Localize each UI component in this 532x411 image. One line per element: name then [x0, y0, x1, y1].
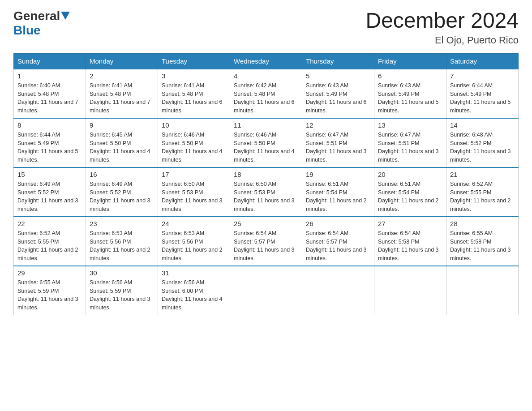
calendar-cell: 19 Sunrise: 6:51 AMSunset: 5:54 PMDaylig… — [302, 167, 374, 217]
calendar-cell: 31 Sunrise: 6:56 AMSunset: 6:00 PMDaylig… — [158, 266, 230, 315]
calendar-cell — [302, 266, 374, 315]
calendar-cell: 25 Sunrise: 6:54 AMSunset: 5:57 PMDaylig… — [230, 217, 302, 266]
calendar-cell — [230, 266, 302, 315]
calendar-cell: 23 Sunrise: 6:53 AMSunset: 5:56 PMDaylig… — [86, 217, 158, 266]
logo-blue-text: Blue — [13, 23, 41, 37]
day-detail: Sunrise: 6:56 AMSunset: 5:59 PMDaylight:… — [90, 278, 154, 312]
day-number: 13 — [378, 121, 442, 129]
day-detail: Sunrise: 6:50 AMSunset: 5:53 PMDaylight:… — [234, 180, 298, 214]
day-number: 22 — [17, 220, 82, 227]
day-detail: Sunrise: 6:55 AMSunset: 5:58 PMDaylight:… — [450, 229, 515, 263]
day-detail: Sunrise: 6:53 AMSunset: 5:56 PMDaylight:… — [162, 229, 226, 263]
day-number: 27 — [378, 220, 442, 227]
day-detail: Sunrise: 6:51 AMSunset: 5:54 PMDaylight:… — [306, 180, 370, 214]
calendar-cell: 1 Sunrise: 6:40 AMSunset: 5:48 PMDayligh… — [14, 69, 86, 118]
calendar-cell: 15 Sunrise: 6:49 AMSunset: 5:52 PMDaylig… — [14, 167, 86, 217]
day-detail: Sunrise: 6:43 AMSunset: 5:49 PMDaylight:… — [378, 81, 442, 115]
calendar-cell: 29 Sunrise: 6:55 AMSunset: 5:59 PMDaylig… — [14, 266, 86, 315]
day-number: 20 — [378, 171, 442, 178]
day-number: 5 — [306, 72, 370, 80]
calendar-cell: 13 Sunrise: 6:47 AMSunset: 5:51 PMDaylig… — [374, 118, 446, 167]
day-detail: Sunrise: 6:40 AMSunset: 5:48 PMDaylight:… — [17, 81, 82, 115]
day-detail: Sunrise: 6:49 AMSunset: 5:52 PMDaylight:… — [17, 180, 82, 214]
calendar-cell: 12 Sunrise: 6:47 AMSunset: 5:51 PMDaylig… — [302, 118, 374, 167]
logo-general-text: General — [13, 9, 60, 23]
calendar-cell: 21 Sunrise: 6:52 AMSunset: 5:55 PMDaylig… — [446, 167, 519, 217]
calendar-cell: 2 Sunrise: 6:41 AMSunset: 5:48 PMDayligh… — [86, 69, 158, 118]
day-detail: Sunrise: 6:53 AMSunset: 5:56 PMDaylight:… — [90, 229, 154, 263]
day-number: 25 — [234, 220, 298, 227]
calendar-cell: 5 Sunrise: 6:43 AMSunset: 5:49 PMDayligh… — [302, 69, 374, 118]
calendar-cell: 28 Sunrise: 6:55 AMSunset: 5:58 PMDaylig… — [446, 217, 519, 266]
day-detail: Sunrise: 6:56 AMSunset: 6:00 PMDaylight:… — [162, 278, 226, 312]
day-detail: Sunrise: 6:47 AMSunset: 5:51 PMDaylight:… — [378, 131, 442, 164]
calendar-cell: 16 Sunrise: 6:49 AMSunset: 5:52 PMDaylig… — [86, 167, 158, 217]
header-tuesday: Tuesday — [158, 53, 230, 69]
header-monday: Monday — [86, 53, 158, 69]
day-detail: Sunrise: 6:48 AMSunset: 5:52 PMDaylight:… — [450, 131, 515, 164]
day-number: 14 — [450, 121, 515, 129]
day-detail: Sunrise: 6:41 AMSunset: 5:48 PMDaylight:… — [90, 81, 154, 115]
calendar-week-row: 15 Sunrise: 6:49 AMSunset: 5:52 PMDaylig… — [14, 167, 519, 217]
calendar-cell: 20 Sunrise: 6:51 AMSunset: 5:54 PMDaylig… — [374, 167, 446, 217]
day-detail: Sunrise: 6:45 AMSunset: 5:50 PMDaylight:… — [90, 131, 154, 164]
day-number: 7 — [450, 72, 515, 80]
calendar-cell: 6 Sunrise: 6:43 AMSunset: 5:49 PMDayligh… — [374, 69, 446, 118]
day-number: 18 — [234, 171, 298, 178]
calendar-cell: 17 Sunrise: 6:50 AMSunset: 5:53 PMDaylig… — [158, 167, 230, 217]
day-detail: Sunrise: 6:44 AMSunset: 5:49 PMDaylight:… — [450, 81, 515, 115]
header-friday: Friday — [374, 53, 446, 69]
calendar-week-row: 1 Sunrise: 6:40 AMSunset: 5:48 PMDayligh… — [14, 69, 519, 118]
day-detail: Sunrise: 6:46 AMSunset: 5:50 PMDaylight:… — [234, 131, 298, 164]
header-sunday: Sunday — [14, 53, 86, 69]
logo: General Blue — [13, 9, 70, 38]
day-detail: Sunrise: 6:52 AMSunset: 5:55 PMDaylight:… — [17, 229, 82, 263]
day-number: 29 — [17, 269, 82, 277]
calendar-cell: 7 Sunrise: 6:44 AMSunset: 5:49 PMDayligh… — [446, 69, 519, 118]
calendar-cell: 18 Sunrise: 6:50 AMSunset: 5:53 PMDaylig… — [230, 167, 302, 217]
calendar-cell: 14 Sunrise: 6:48 AMSunset: 5:52 PMDaylig… — [446, 118, 519, 167]
day-number: 10 — [162, 121, 226, 129]
day-number: 17 — [162, 171, 226, 178]
day-number: 3 — [162, 72, 226, 80]
location-subtitle: El Ojo, Puerto Rico — [365, 34, 519, 46]
logo-arrow-icon — [61, 12, 70, 21]
calendar-cell: 8 Sunrise: 6:44 AMSunset: 5:49 PMDayligh… — [14, 118, 86, 167]
day-detail: Sunrise: 6:42 AMSunset: 5:48 PMDaylight:… — [234, 81, 298, 115]
calendar-cell — [374, 266, 446, 315]
day-detail: Sunrise: 6:52 AMSunset: 5:55 PMDaylight:… — [450, 180, 515, 214]
calendar-cell: 4 Sunrise: 6:42 AMSunset: 5:48 PMDayligh… — [230, 69, 302, 118]
calendar-cell: 10 Sunrise: 6:46 AMSunset: 5:50 PMDaylig… — [158, 118, 230, 167]
calendar-week-row: 22 Sunrise: 6:52 AMSunset: 5:55 PMDaylig… — [14, 217, 519, 266]
day-number: 23 — [90, 220, 154, 227]
month-year-title: December 2024 — [365, 9, 519, 33]
calendar-cell: 9 Sunrise: 6:45 AMSunset: 5:50 PMDayligh… — [86, 118, 158, 167]
day-number: 9 — [90, 121, 154, 129]
day-number: 12 — [306, 121, 370, 129]
day-detail: Sunrise: 6:54 AMSunset: 5:57 PMDaylight:… — [306, 229, 370, 263]
day-detail: Sunrise: 6:43 AMSunset: 5:49 PMDaylight:… — [306, 81, 370, 115]
day-number: 6 — [378, 72, 442, 80]
day-detail: Sunrise: 6:44 AMSunset: 5:49 PMDaylight:… — [17, 131, 82, 164]
calendar-week-row: 8 Sunrise: 6:44 AMSunset: 5:49 PMDayligh… — [14, 118, 519, 167]
day-detail: Sunrise: 6:51 AMSunset: 5:54 PMDaylight:… — [378, 180, 442, 214]
day-number: 11 — [234, 121, 298, 129]
calendar-cell: 30 Sunrise: 6:56 AMSunset: 5:59 PMDaylig… — [86, 266, 158, 315]
title-block: December 2024 El Ojo, Puerto Rico — [365, 9, 519, 46]
calendar-cell: 11 Sunrise: 6:46 AMSunset: 5:50 PMDaylig… — [230, 118, 302, 167]
day-number: 31 — [162, 269, 226, 277]
header-wednesday: Wednesday — [230, 53, 302, 69]
day-detail: Sunrise: 6:41 AMSunset: 5:48 PMDaylight:… — [162, 81, 226, 115]
svg-marker-0 — [61, 12, 70, 20]
day-detail: Sunrise: 6:54 AMSunset: 5:57 PMDaylight:… — [234, 229, 298, 263]
calendar-cell: 26 Sunrise: 6:54 AMSunset: 5:57 PMDaylig… — [302, 217, 374, 266]
header-saturday: Saturday — [446, 53, 519, 69]
calendar-table: SundayMondayTuesdayWednesdayThursdayFrid… — [13, 53, 519, 315]
day-number: 30 — [90, 269, 154, 277]
day-number: 28 — [450, 220, 515, 227]
day-number: 16 — [90, 171, 154, 178]
calendar-cell: 24 Sunrise: 6:53 AMSunset: 5:56 PMDaylig… — [158, 217, 230, 266]
day-detail: Sunrise: 6:50 AMSunset: 5:53 PMDaylight:… — [162, 180, 226, 214]
header-thursday: Thursday — [302, 53, 374, 69]
day-detail: Sunrise: 6:46 AMSunset: 5:50 PMDaylight:… — [162, 131, 226, 164]
